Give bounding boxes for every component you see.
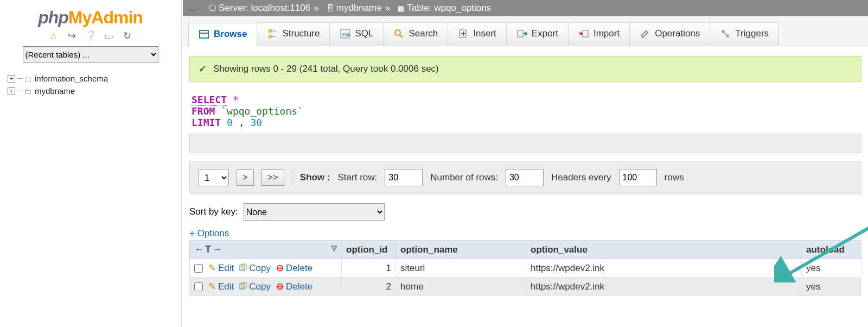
page-select[interactable]: 1	[199, 169, 229, 186]
browse-icon	[199, 29, 209, 40]
column-header-option-name[interactable]: option_name	[396, 241, 526, 259]
db-item-information-schema[interactable]: + 🗀 information_schema	[8, 72, 181, 85]
expand-icon[interactable]: +	[8, 75, 15, 83]
edit-row-link[interactable]: Edit	[208, 262, 234, 274]
table-icon: ▦	[398, 0, 405, 16]
reload-icon[interactable]: ↻	[122, 30, 133, 42]
svg-rect-3	[269, 35, 272, 38]
sql-table: `wpqo_options`	[221, 105, 303, 117]
svg-line-17	[724, 33, 726, 35]
cell-option-id: 2	[342, 278, 396, 296]
breadcrumb-db[interactable]: mydbname	[336, 0, 382, 16]
tab-browse[interactable]: Browse	[188, 23, 257, 46]
cell-autoload: yes	[802, 278, 861, 296]
delete-row-link[interactable]: Delete	[276, 281, 312, 292]
breadcrumb-separator: »	[314, 0, 318, 16]
tab-operations[interactable]: Operations	[629, 22, 710, 46]
tab-label: SQL	[355, 28, 373, 39]
query-link-bar	[189, 134, 861, 153]
cell-autoload: yes	[802, 259, 861, 278]
sort-indicator-icon[interactable]: ▽	[331, 244, 337, 252]
db-item-mydbname[interactable]: + 🗀 mydbname	[8, 85, 181, 97]
tab-search[interactable]: Search	[383, 22, 448, 46]
sql-number: 0	[227, 117, 233, 128]
tab-sql[interactable]: SQL SQL	[329, 22, 384, 46]
sql-keyword: LIMIT	[192, 117, 221, 128]
copy-icon	[239, 263, 247, 271]
column-arrows[interactable]: ←T→	[194, 244, 223, 255]
database-icon: 🗀	[24, 74, 31, 83]
help-icon[interactable]: ❔	[85, 30, 97, 42]
breadcrumb-table[interactable]: Table: wpqo_options	[407, 0, 491, 16]
svg-rect-0	[200, 30, 208, 38]
database-icon: 🗄	[327, 0, 334, 16]
copy-row-link[interactable]: Copy	[239, 263, 271, 274]
num-rows-label: Number of rows:	[430, 172, 498, 183]
edit-row-link[interactable]: Edit	[208, 281, 234, 292]
sort-by-key-row: Sort by key: None	[189, 203, 861, 221]
headers-every-label: Headers every	[551, 172, 611, 183]
collapse-nav-icon[interactable]: ←	[187, 2, 199, 14]
options-toggle[interactable]: + Options	[189, 228, 861, 239]
tab-label: Operations	[655, 28, 700, 39]
start-row-input[interactable]	[385, 169, 423, 186]
tab-triggers[interactable]: Triggers	[710, 22, 779, 46]
tab-label: Export	[532, 28, 558, 39]
svg-rect-13	[518, 30, 523, 37]
svg-rect-2	[269, 29, 272, 33]
delete-row-link[interactable]: Delete	[276, 262, 312, 274]
start-row-label: Start row:	[338, 172, 378, 183]
row-checkbox[interactable]	[194, 264, 203, 273]
headers-every-input[interactable]	[619, 169, 657, 186]
logo-admin: Admin	[91, 8, 143, 27]
database-icon: 🗀	[24, 87, 31, 96]
db-label: mydbname	[35, 86, 75, 96]
show-label: Show :	[300, 172, 330, 183]
tab-import[interactable]: Import	[568, 22, 630, 46]
sql-window-icon[interactable]: ▭	[103, 30, 115, 42]
copy-icon	[239, 282, 247, 290]
breadcrumb-server[interactable]: Server: localhost:1106	[219, 0, 310, 16]
operations-icon	[640, 28, 650, 39]
search-icon	[393, 28, 404, 39]
tabs: Browse Structure SQL SQL Search Insert E…	[183, 16, 868, 46]
column-header-option-id[interactable]: option_id	[342, 241, 396, 259]
sql-comma: ,	[239, 117, 245, 128]
row-checkbox[interactable]	[194, 282, 203, 291]
num-rows-input[interactable]	[506, 169, 544, 186]
table-row: Edit Copy Delete 2 home https://wpdev2.i…	[190, 278, 861, 296]
next-page-button[interactable]: >	[237, 169, 254, 186]
column-header-autoload[interactable]: autoload	[802, 241, 861, 259]
last-page-button[interactable]: >>	[261, 169, 284, 186]
tab-structure[interactable]: Structure	[257, 22, 330, 46]
breadcrumb-separator: »	[385, 0, 390, 16]
tab-label: Browse	[214, 29, 247, 40]
logo-php: php	[38, 8, 68, 27]
notice-text: Showing rows 0 - 29 (241 total, Query to…	[213, 64, 439, 74]
success-notice: ✔ Showing rows 0 - 29 (241 total, Query …	[189, 56, 861, 82]
table-row: Edit Copy Delete 1 siteurl https://wpdev…	[190, 259, 861, 278]
column-header-option-value[interactable]: option_value	[526, 241, 802, 259]
recent-tables-select[interactable]: (Recent tables) ...	[23, 46, 158, 62]
rows-label: rows	[665, 172, 684, 183]
cell-option-value: https://wpdev2.ink	[526, 278, 802, 296]
sql-star: *	[233, 94, 239, 105]
logo: phpMyAdmin	[0, 8, 181, 28]
home-icon[interactable]: ⌂	[47, 30, 59, 42]
expand-icon[interactable]: +	[8, 87, 15, 95]
logo-my: My	[68, 8, 91, 27]
sidebar: phpMyAdmin ⌂ ↪ ❔ ▭ ↻ (Recent tables) ...…	[0, 0, 182, 327]
breadcrumb: ← 🖵 Server: localhost:1106 » 🗄 mydbname …	[183, 0, 868, 16]
main: ← 🖵 Server: localhost:1106 » 🗄 mydbname …	[183, 0, 868, 327]
tab-export[interactable]: Export	[506, 22, 569, 46]
svg-point-8	[395, 30, 400, 35]
cell-option-value: https://wpdev2.ink	[526, 259, 802, 278]
logout-icon[interactable]: ↪	[66, 30, 78, 42]
sort-label: Sort by key:	[189, 206, 238, 217]
copy-row-link[interactable]: Copy	[239, 281, 271, 292]
tab-label: Structure	[282, 28, 320, 39]
check-icon: ✔	[199, 63, 207, 75]
tab-insert[interactable]: Insert	[448, 22, 507, 46]
sort-key-select[interactable]: None	[244, 203, 385, 221]
import-icon	[578, 28, 589, 39]
